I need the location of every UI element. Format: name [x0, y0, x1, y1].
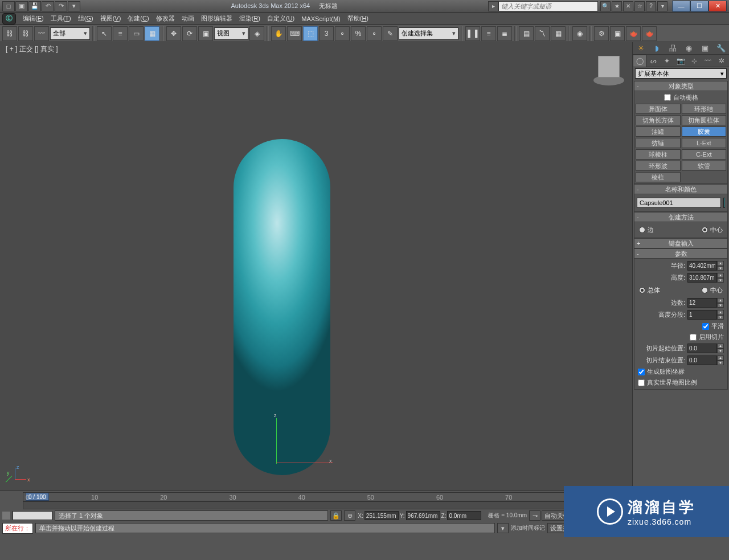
menu-animation[interactable]: 动画 [178, 13, 198, 24]
smooth-checkbox[interactable] [702, 323, 709, 330]
radio-edge[interactable]: 边 [639, 226, 654, 234]
schematic-view-icon[interactable]: ▦ [551, 26, 566, 41]
gen-uv-checkbox[interactable] [638, 369, 645, 375]
unlink-icon[interactable]: ⛓ [18, 26, 33, 41]
qat-dropdown-icon[interactable]: ▾ [68, 1, 80, 11]
render-setup-icon[interactable]: ⚙ [594, 26, 609, 41]
script-listener-icon[interactable] [2, 512, 10, 520]
tab-display-icon[interactable]: ▣ [697, 42, 713, 54]
menu-create[interactable]: 创建(C) [124, 13, 152, 24]
help-icon[interactable]: ? [646, 1, 656, 11]
align-icon[interactable]: ≡ [481, 26, 496, 41]
btn-torus-knot[interactable]: 环形结 [682, 104, 727, 114]
sides-spinner[interactable]: ▲▼ [687, 298, 724, 308]
spinner-snap-icon[interactable]: ⚬ [367, 26, 382, 41]
radio-centers[interactable]: 中心 [702, 286, 723, 295]
scale-icon[interactable]: ▣ [198, 26, 213, 41]
material-editor-icon[interactable]: ◉ [572, 26, 587, 41]
subscription-icon[interactable]: ★ [612, 1, 622, 11]
qat-redo-icon[interactable]: ↷ [55, 1, 67, 11]
lock-selection-icon[interactable]: 🔒 [330, 510, 342, 521]
edit-named-sel-icon[interactable]: ✎ [383, 26, 398, 41]
btn-spindle[interactable]: 纺锤 [636, 138, 681, 148]
btn-prism[interactable]: 棱柱 [636, 172, 681, 182]
time-tag-icon[interactable]: ▾ [497, 523, 509, 533]
curve-editor-icon[interactable]: 〽 [535, 26, 550, 41]
named-sel-dropdown[interactable]: 创建选择集▾ [399, 27, 458, 40]
auto-grid-checkbox[interactable] [664, 94, 671, 101]
tab-create-icon[interactable]: ✳ [633, 42, 649, 54]
rollout-header[interactable]: -名称和颜色 [634, 184, 728, 194]
x-input[interactable] [364, 511, 399, 520]
qat-undo-icon[interactable]: ↶ [42, 1, 54, 11]
application-menu-icon[interactable]: Ⓔ [2, 13, 16, 24]
menu-views[interactable]: 视图(V) [97, 13, 125, 24]
tab-hierarchy-icon[interactable]: 品 [665, 42, 681, 54]
rollout-header[interactable]: -参数 [634, 248, 728, 259]
slice-to-spinner[interactable]: ▲▼ [687, 355, 724, 365]
geometry-category-dropdown[interactable]: 扩展基本体▾ [635, 68, 727, 79]
script-mini-listener[interactable] [13, 511, 52, 520]
percent-snap-icon[interactable]: % [351, 26, 366, 41]
qat-save-icon[interactable]: 💾 [28, 1, 41, 11]
rendered-frame-icon[interactable]: ▣ [610, 26, 625, 41]
close-button[interactable]: ✕ [708, 1, 727, 12]
btn-chamfer-cyl[interactable]: 切角圆柱体 [682, 115, 727, 125]
menu-tools[interactable]: 工具(T) [47, 13, 75, 24]
cat-spacewarps-icon[interactable]: 〰 [701, 55, 715, 67]
menu-customize[interactable]: 自定义(U) [264, 13, 298, 24]
gizmo-z-axis[interactable] [276, 418, 277, 464]
help-search-input[interactable] [498, 1, 598, 11]
capsule-object[interactable] [234, 139, 330, 475]
bind-spacewarp-icon[interactable]: 〰 [34, 26, 49, 41]
qat-open-icon[interactable]: ▣ [15, 1, 28, 11]
minimize-button[interactable]: — [672, 1, 690, 12]
render-production-icon[interactable]: 🫖 [626, 26, 641, 41]
manipulate-icon[interactable]: ✋ [271, 26, 286, 41]
radio-overall[interactable]: 总体 [639, 286, 660, 295]
select-by-name-icon[interactable]: ≡ [113, 26, 128, 41]
viewport[interactable]: [ + ] 正交 [] 真实 ] z x zxy [0, 42, 632, 490]
viewcube[interactable] [591, 54, 625, 88]
angle-snap-icon[interactable]: ⚬ [335, 26, 350, 41]
menu-maxscript[interactable]: MAXScript(M) [298, 14, 343, 24]
window-crossing-icon[interactable]: ▦ [145, 26, 159, 41]
btn-c-ext[interactable]: C-Ext [682, 149, 727, 160]
menu-graph-editors[interactable]: 图形编辑器 [198, 13, 236, 24]
btn-chamfer-box[interactable]: 切角长方体 [636, 115, 681, 125]
exchange-icon[interactable]: ✕ [623, 1, 633, 11]
menu-group[interactable]: 组(G) [75, 13, 97, 24]
infocenter-arrow-icon[interactable]: ▸ [488, 1, 498, 11]
height-spinner[interactable]: ▲▼ [687, 273, 724, 283]
rollout-header[interactable]: +键盘输入 [634, 238, 728, 248]
tab-modify-icon[interactable]: ◗ [649, 42, 665, 54]
rotate-icon[interactable]: ⟳ [182, 26, 197, 41]
radius-spinner[interactable]: ▲▼ [687, 261, 724, 271]
mirror-icon[interactable]: ▌▐ [465, 26, 480, 41]
cat-lights-icon[interactable]: ✦ [660, 55, 674, 67]
gizmo-x-axis[interactable] [276, 463, 333, 463]
cat-cameras-icon[interactable]: 📷 [674, 55, 687, 67]
z-input[interactable] [447, 511, 481, 520]
selection-filter-dropdown[interactable]: 全部▾ [50, 27, 90, 40]
slice-on-checkbox[interactable] [690, 334, 697, 341]
tab-motion-icon[interactable]: ◉ [681, 42, 697, 54]
object-color-swatch[interactable] [723, 198, 725, 208]
real-world-checkbox[interactable] [638, 379, 645, 386]
btn-l-ext[interactable]: L-Ext [682, 138, 727, 148]
maximize-button[interactable]: ☐ [690, 1, 708, 12]
btn-oiltank[interactable]: 油罐 [636, 126, 681, 137]
render-iterative-icon[interactable]: 🫖 [642, 26, 657, 41]
help-dropdown-icon[interactable]: ▾ [657, 1, 667, 11]
add-time-tag-label[interactable]: 添加时间标记 [511, 524, 545, 532]
btn-capsule[interactable]: 胶囊 [682, 126, 727, 137]
move-icon[interactable]: ✥ [166, 26, 181, 41]
keyboard-shortcut-icon[interactable]: ⌨ [287, 26, 302, 41]
tab-utilities-icon[interactable]: 🔧 [713, 42, 729, 54]
cat-shapes-icon[interactable]: ᔕ [646, 55, 660, 67]
abs-transform-icon[interactable]: ⊕ [344, 510, 355, 521]
layers-icon[interactable]: ≣ [497, 26, 512, 41]
ref-coord-dropdown[interactable]: 视图▾ [214, 27, 248, 40]
key-mode-icon[interactable]: ⊸ [529, 510, 540, 521]
viewport-label[interactable]: [ + ] 正交 [] 真实 ] [6, 44, 58, 54]
